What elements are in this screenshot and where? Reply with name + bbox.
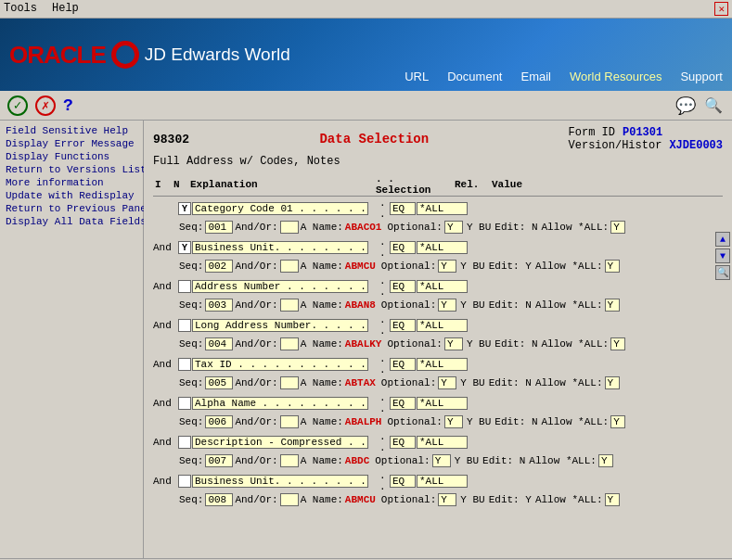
sidebar-item-update-redisplay[interactable]: Update with Redisplay <box>6 189 137 202</box>
value-input-3[interactable] <box>417 319 468 332</box>
andor-input-2[interactable] <box>280 299 299 312</box>
seq-input-2[interactable] <box>205 299 233 312</box>
menu-help[interactable]: Help <box>52 2 79 16</box>
allow-input-7[interactable] <box>605 493 620 506</box>
opt-input-7[interactable] <box>438 493 456 506</box>
cancel-button[interactable]: ✗ <box>35 95 56 116</box>
and-label-1: And <box>153 242 177 253</box>
sidebar-item-return-prev[interactable]: Return to Previous Pane <box>6 202 137 215</box>
allow-input-5[interactable] <box>610 415 625 428</box>
allow-input-2[interactable] <box>605 299 620 312</box>
field-name-input-3[interactable] <box>192 319 368 332</box>
andor-input-1[interactable] <box>280 260 299 273</box>
andor-input-6[interactable] <box>280 454 299 467</box>
opt-input-1[interactable] <box>438 260 456 273</box>
nav-document[interactable]: Document <box>447 70 502 83</box>
seq-input-4[interactable] <box>205 376 233 389</box>
value-input-6[interactable] <box>417 436 468 449</box>
seq-input-6[interactable] <box>205 454 233 467</box>
scroll-search-button[interactable]: 🔍 <box>715 265 730 280</box>
jde-text: JD Edwards World <box>145 45 290 65</box>
value-input-2[interactable] <box>417 280 468 293</box>
rel-input-6[interactable] <box>390 436 416 449</box>
col-n-header: N <box>173 179 190 190</box>
nav-email[interactable]: Email <box>520 70 551 83</box>
opt-input-0[interactable] <box>444 221 463 234</box>
allow-input-4[interactable] <box>605 376 620 389</box>
rel-input-4[interactable] <box>390 358 416 371</box>
row-checkbox-0[interactable]: Y <box>178 202 191 215</box>
sidebar-item-more-info[interactable]: More information <box>6 176 137 189</box>
row-checkbox-6[interactable] <box>178 436 191 449</box>
version-row: Version/Histor XJDE0003 <box>569 139 723 152</box>
menu-tools[interactable]: Tools <box>4 2 37 16</box>
bu-label-6: Y BU <box>455 455 479 466</box>
opt-input-3[interactable] <box>444 337 463 350</box>
seq-input-0[interactable] <box>205 221 233 234</box>
row-checkbox-3[interactable] <box>178 319 191 332</box>
row-checkbox-5[interactable] <box>178 397 191 410</box>
row-checkbox-7[interactable] <box>178 475 191 488</box>
scroll-up-button[interactable]: ▲ <box>715 232 730 247</box>
allow-input-6[interactable] <box>598 454 613 467</box>
opt-input-4[interactable] <box>438 376 456 389</box>
scroll-down-button[interactable]: ▼ <box>715 248 730 263</box>
rel-input-7[interactable] <box>390 475 416 488</box>
row-checkbox-1[interactable]: Y <box>178 241 191 254</box>
andor-input-4[interactable] <box>280 376 299 389</box>
edit-label-0: Edit: N <box>494 222 537 233</box>
bu-label-3: Y BU <box>467 338 491 350</box>
andor-input-7[interactable] <box>280 493 299 506</box>
value-input-1[interactable] <box>417 241 468 254</box>
value-input-5[interactable] <box>417 397 468 410</box>
row-checkbox-4[interactable] <box>178 358 191 371</box>
allow-input-0[interactable] <box>610 221 625 234</box>
field-name-input-0[interactable] <box>192 202 368 215</box>
search-icon[interactable]: 🔍 <box>702 95 725 117</box>
seq-input-7[interactable] <box>205 493 233 506</box>
rel-input-3[interactable] <box>390 319 416 332</box>
value-input-0[interactable] <box>417 202 468 215</box>
nav-support[interactable]: Support <box>680 70 723 83</box>
opt-input-2[interactable] <box>438 299 456 312</box>
nav-url[interactable]: URL <box>405 70 429 83</box>
andor-input-3[interactable] <box>280 337 299 350</box>
rel-input-2[interactable] <box>390 280 416 293</box>
field-name-input-7[interactable] <box>192 475 368 488</box>
chat-icon[interactable]: 💬 <box>674 95 697 117</box>
sidebar-item-return-versions[interactable]: Return to Versions List <box>6 163 137 176</box>
field-name-input-5[interactable] <box>192 397 368 410</box>
andor-label-5: And/Or: <box>235 416 277 427</box>
close-icon[interactable]: ✕ <box>714 2 728 16</box>
row-checkbox-2[interactable] <box>178 280 191 293</box>
andor-input-0[interactable] <box>280 221 299 234</box>
opt-input-6[interactable] <box>432 454 451 467</box>
seq-row-7: Seq: And/Or: A Name: ABMCU Optional: Y B… <box>179 493 723 506</box>
data-row-1: And Y . . Seq: And/Or: A Name: ABMCU Opt… <box>153 236 723 273</box>
data-row-4: And . . Seq: And/Or: A Name: ABTAX Optio… <box>153 353 723 389</box>
allow-input-1[interactable] <box>605 260 620 273</box>
field-name-input-6[interactable] <box>192 436 368 449</box>
opt-input-5[interactable] <box>444 415 463 428</box>
sidebar-item-display-functions[interactable]: Display Functions <box>6 150 137 163</box>
value-input-7[interactable] <box>417 475 468 488</box>
sidebar-item-display-error[interactable]: Display Error Message <box>6 137 137 150</box>
seq-input-3[interactable] <box>205 337 233 350</box>
field-name-input-1[interactable] <box>192 241 368 254</box>
field-name-input-4[interactable] <box>192 358 368 371</box>
seq-input-1[interactable] <box>205 260 233 273</box>
seq-input-5[interactable] <box>205 415 233 428</box>
allow-input-3[interactable] <box>610 337 625 350</box>
andor-input-5[interactable] <box>280 415 299 428</box>
value-input-4[interactable] <box>417 358 468 371</box>
rel-input-0[interactable] <box>390 202 416 215</box>
rel-input-5[interactable] <box>390 397 416 410</box>
rel-input-1[interactable] <box>390 241 416 254</box>
nav-world-resources[interactable]: World Resources <box>570 70 661 83</box>
form-id-value: P01301 <box>623 126 662 139</box>
sidebar-item-field-sensitive-help[interactable]: Field Sensitive Help <box>6 124 137 137</box>
sidebar-item-display-all[interactable]: Display All Data Fields <box>6 215 137 228</box>
check-button[interactable]: ✓ <box>7 95 28 116</box>
field-name-input-2[interactable] <box>192 280 368 293</box>
help-button[interactable]: ? <box>63 96 73 115</box>
